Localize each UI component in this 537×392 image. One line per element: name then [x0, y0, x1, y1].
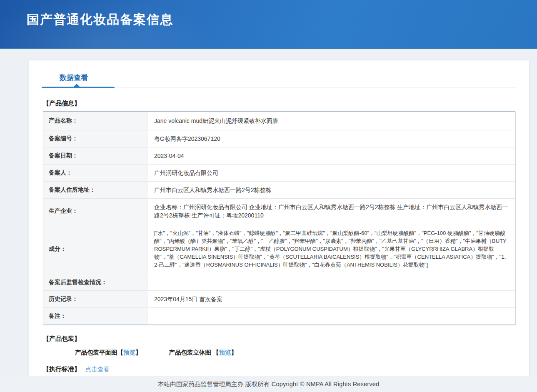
tab-caret-icon	[73, 84, 80, 87]
row-value: 2023-04-04	[147, 147, 515, 164]
main-content: 【产品信息】 产品名称： Jane volcanic mud妍泥火山泥舒缓紧致补…	[29, 100, 529, 390]
row-value	[147, 308, 515, 325]
tab-bar: 数据查看	[29, 60, 529, 87]
tab-data-view[interactable]: 数据查看	[60, 73, 88, 82]
section-product-info-title: 【产品信息】	[43, 100, 515, 107]
execution-standard-view-link[interactable]: 点击查看	[85, 366, 110, 372]
section-packaging-title: 【产品包装】	[43, 335, 515, 343]
table-row-registration-date: 备案日期： 2023-04-04	[43, 147, 515, 165]
page-title: 国产普通化妆品备案信息	[0, 0, 537, 28]
content-card: 数据查看 【产品信息】 产品名称： Jane volcanic mud妍泥火山泥…	[29, 60, 529, 392]
row-label: 产品名称：	[43, 112, 147, 130]
row-label: 备案人住所地址：	[43, 182, 147, 198]
table-row-registrant-address: 备案人住所地址： 广州市白云区人和镇秀水塘西一路2号2栋整栋	[43, 182, 515, 199]
table-row-ingredients: 成分： ["水"，"火山泥"，"甘油"，"液体石蜡"，"鲸蜡硬脂醇"，"聚二甲基…	[43, 224, 515, 274]
table-row-remarks: 备注：	[43, 308, 515, 325]
table-row-manufacturer: 生产企业： 企业名称：广州润研化妆品有限公司 企业地址：广州市白云区人和镇秀水塘…	[43, 199, 515, 224]
bracket-open: 【	[117, 349, 124, 356]
table-row-product-name: 产品名称： Jane volcanic mud妍泥火山泥舒缓紧致补水面膜	[43, 112, 515, 130]
row-label: 备案日期：	[43, 147, 147, 164]
row-label: 成分：	[43, 224, 147, 274]
packaging-stereo-preview-link[interactable]: 预览	[219, 349, 231, 356]
bracket-open: 【	[213, 349, 219, 356]
row-label: 生产企业：	[43, 199, 147, 224]
table-row-registrant: 备案人： 广州润研化妆品有限公司	[43, 165, 515, 182]
copyright-text: 本站由国家药品监督管理局主办 版权所有 Copyright © NMPA All…	[158, 380, 380, 388]
table-row-supervision: 备案后监督检查情况：	[43, 274, 515, 291]
table-row-history: 历史记录： 2023年04月15日 首次备案	[43, 291, 515, 308]
packaging-stereo-item: 产品包装立体图 【预览】	[169, 349, 237, 357]
row-label: 备案编号：	[43, 130, 147, 147]
packaging-links-row: 产品包装平面图【预览】 产品包装立体图 【预览】	[75, 349, 515, 357]
packaging-flat-item: 产品包装平面图【预览】	[75, 349, 142, 357]
packaging-flat-preview-link[interactable]: 预览	[123, 349, 135, 356]
row-value: 广州润研化妆品有限公司	[147, 165, 515, 181]
bracket-close: 】	[135, 349, 142, 356]
row-value: 粤G妆网备字2023067120	[147, 130, 515, 147]
page-footer: 本站由国家药品监督管理局主办 版权所有 Copyright © NMPA All…	[0, 376, 537, 392]
packaging-stereo-label: 产品包装立体图	[169, 349, 212, 356]
bracket-close: 】	[231, 349, 237, 356]
page-header: 国产普通化妆品备案信息	[0, 0, 537, 49]
row-value: 广州市白云区人和镇秀水塘西一路2号2栋整栋	[147, 182, 515, 198]
table-row-registration-number: 备案编号： 粤G妆网备字2023067120	[43, 130, 515, 147]
row-label: 历史记录：	[43, 291, 147, 307]
tab-divider	[42, 87, 517, 87]
row-label: 备注：	[43, 308, 147, 325]
row-value: 企业名称：广州润研化妆品有限公司 企业地址：广州市白云区人和镇秀水塘西一路2号2…	[147, 199, 515, 224]
row-value: ["水"，"火山泥"，"甘油"，"液体石蜡"，"鲸蜡硬脂醇"，"聚二甲基硅氧烷"…	[147, 224, 515, 274]
execution-standard-row: 【执行标准】点击查看	[43, 365, 515, 373]
row-value: 2023年04月15日 首次备案	[147, 291, 515, 307]
product-info-table: 产品名称： Jane volcanic mud妍泥火山泥舒缓紧致补水面膜 备案编…	[43, 111, 515, 325]
row-value	[147, 274, 515, 290]
row-value: Jane volcanic mud妍泥火山泥舒缓紧致补水面膜	[147, 112, 515, 130]
execution-standard-title: 【执行标准】	[43, 365, 80, 372]
row-label: 备案后监督检查情况：	[43, 274, 147, 290]
row-label: 备案人：	[43, 165, 147, 181]
packaging-flat-label: 产品包装平面图	[75, 349, 117, 356]
